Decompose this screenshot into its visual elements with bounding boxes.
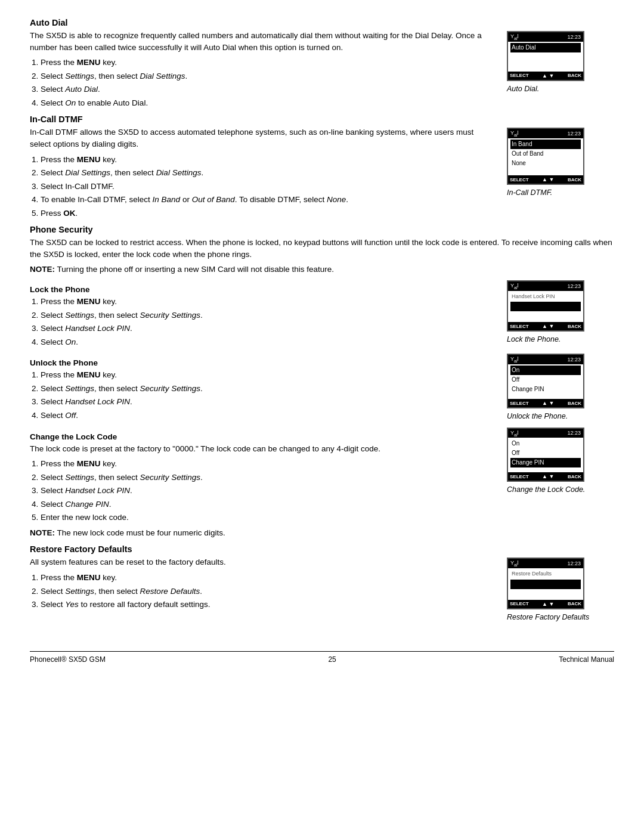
auto-dial-text: The SX5D is able to recognize frequently… [30, 30, 495, 112]
in-call-dtmf-row: In-Call DTMF allows the SX5D to access a… [30, 126, 614, 222]
in-call-dtmf-caption: In-Call DTMF. [507, 188, 552, 197]
phone-security-section: Phone Security The SX5D can be locked to… [30, 225, 614, 542]
back-btn: BACK [568, 177, 581, 182]
in-call-screen-body: In Band Out of Band None [508, 138, 583, 175]
phone-security-intro: The SX5D can be locked to restrict acces… [30, 237, 614, 260]
in-call-dtmf-section: In-Call DTMF In-Call DTMF allows the SX5… [30, 114, 614, 222]
restore-defaults-screen: Yall 12:23 Restore Defaults SELECT ▲ ▼ B… [507, 558, 584, 609]
lock-phone-caption: Lock the Phone. [507, 335, 561, 343]
select-btn: SELECT [510, 177, 529, 182]
signal-icon: Yall [510, 356, 518, 363]
in-call-step-3: Select In-Call DTMF. [41, 181, 495, 193]
unlock-step-2: Select Settings, then select Security Se… [41, 383, 495, 395]
out-of-band-item: Out of Band [510, 149, 581, 159]
none-item: None [510, 159, 581, 168]
auto-dial-screen-body: Auto Dial [508, 42, 583, 72]
phone-security-note: NOTE: Turning the phone off or inserting… [30, 264, 614, 275]
unlock-screen-top: Yall 12:23 [508, 355, 583, 364]
in-call-dtmf-image: Yall 12:23 In Band Out of Band None SELE… [507, 126, 614, 222]
signal-icon: Yall [510, 33, 518, 41]
handset-lock-pin-title: Handset Lock PIN [510, 292, 581, 301]
restore-defaults-section: Restore Factory Defaults All system feat… [30, 544, 614, 624]
auto-dial-steps: Press the MENU key. Select Settings, the… [41, 57, 495, 109]
unlock-phone-row: Unlock the Phone Press the MENU key. Sel… [30, 352, 614, 425]
in-call-dtmf-screen: Yall 12:23 In Band Out of Band None SELE… [507, 128, 584, 185]
restore-defaults-image: Yall 12:23 Restore Defaults SELECT ▲ ▼ B… [507, 556, 614, 624]
auto-dial-step-1: Press the MENU key. [41, 57, 495, 69]
unlock-step-1: Press the MENU key. [41, 369, 495, 381]
change-lock-caption: Change the Lock Code. [507, 485, 585, 494]
in-band-item: In Band [510, 140, 581, 149]
in-call-step-1: Press the MENU key. [41, 154, 495, 166]
nav-arrows: ▲ ▼ [542, 323, 554, 329]
lock-phone-row: Lock the Phone Press the MENU key. Selec… [30, 279, 614, 351]
restore-defaults-title: Restore Factory Defaults [30, 544, 614, 554]
auto-dial-section: Auto Dial The SX5D is able to recognize … [30, 18, 614, 112]
back-btn: BACK [568, 401, 581, 406]
in-call-screen-top: Yall 12:23 [508, 129, 583, 138]
restore-step-3: Select Yes to restore all factory defaul… [41, 599, 495, 611]
restore-screen-buttons: SELECT ▲ ▼ BACK [508, 600, 583, 608]
change-lock-screen-top: Yall 12:23 [508, 429, 583, 438]
lock-phone-heading: Lock the Phone [30, 285, 495, 294]
lock-step-4: Select On. [41, 336, 495, 348]
restore-step-1: Press the MENU key. [41, 572, 495, 584]
auto-dial-caption: Auto Dial. [507, 85, 539, 93]
lock-selected-item [510, 302, 581, 311]
lock-screen-buttons: SELECT ▲ ▼ BACK [508, 322, 583, 330]
change-pin-item2: Change PIN [510, 458, 581, 467]
restore-selected-item [510, 580, 581, 589]
footer-left: Phonecell® SX5D GSM [30, 655, 106, 664]
select-btn: SELECT [510, 401, 529, 406]
change-lock-row: Change the Lock Code The lock code is pr… [30, 426, 614, 543]
nav-arrows: ▲ ▼ [542, 176, 554, 182]
unlock-phone-heading: Unlock the Phone [30, 358, 495, 367]
auto-dial-image: Yall 12:23 Auto Dial SELECT ▲ ▼ BACK Aut… [507, 30, 614, 112]
in-call-dtmf-steps: Press the MENU key. Select Dial Settings… [41, 154, 495, 219]
screen-time: 12:23 [567, 561, 581, 566]
signal-icon: Yall [510, 130, 518, 137]
restore-defaults-text: All system features can be reset to the … [30, 556, 495, 624]
change-lock-steps: Press the MENU key. Select Settings, the… [41, 458, 495, 524]
unlock-step-3: Select Handset Lock PIN. [41, 396, 495, 408]
back-btn: BACK [568, 474, 581, 479]
unlock-phone-steps: Press the MENU key. Select Settings, the… [41, 369, 495, 421]
select-btn: SELECT [510, 474, 529, 479]
auto-dial-step-4: Select On to enable Auto Dial. [41, 97, 495, 109]
change-lock-step-1: Press the MENU key. [41, 458, 495, 470]
on-item2: On [510, 439, 581, 448]
restore-defaults-caption: Restore Factory Defaults [507, 613, 589, 621]
auto-dial-menu-item: Auto Dial [510, 43, 581, 52]
unlock-phone-caption: Unlock the Phone. [507, 412, 568, 420]
in-call-dtmf-text: In-Call DTMF allows the SX5D to access a… [30, 126, 495, 222]
change-lock-note: NOTE: The new lock code must be four num… [30, 527, 495, 539]
restore-screen-top: Yall 12:23 [508, 559, 583, 568]
signal-icon: Yall [510, 283, 518, 290]
lock-phone-screen: Yall 12:23 Handset Lock PIN SELECT ▲ ▼ B… [507, 280, 584, 332]
change-lock-image: Yall 12:23 On Off Change PIN SELECT ▲ ▼ … [507, 426, 614, 543]
auto-dial-screen-buttons: SELECT ▲ ▼ BACK [508, 72, 583, 80]
change-lock-step-3: Select Handset Lock PIN. [41, 485, 495, 497]
change-lock-intro: The lock code is preset at the factory t… [30, 443, 495, 455]
in-call-step-4: To enable In-Call DTMF, select In Band o… [41, 194, 495, 206]
change-lock-step-2: Select Settings, then select Security Se… [41, 472, 495, 484]
change-lock-screen-body: On Off Change PIN [508, 438, 583, 472]
change-lock-screen: Yall 12:23 On Off Change PIN SELECT ▲ ▼ … [507, 428, 584, 482]
signal-icon: Yall [510, 560, 518, 567]
nav-arrows: ▲ ▼ [542, 473, 554, 479]
in-call-step-5: Press OK. [41, 208, 495, 219]
select-btn: SELECT [510, 601, 529, 606]
back-btn: BACK [568, 324, 581, 329]
auto-dial-step-2: Select Settings, then select Dial Settin… [41, 70, 495, 82]
change-lock-step-5: Enter the new lock code. [41, 512, 495, 524]
signal-icon: Yall [510, 430, 518, 437]
nav-arrows: ▲ ▼ [542, 601, 554, 607]
phone-security-title: Phone Security [30, 225, 614, 234]
lock-phone-steps: Press the MENU key. Select Settings, the… [41, 296, 495, 348]
restore-screen-body: Restore Defaults [508, 568, 583, 600]
back-btn: BACK [568, 601, 581, 606]
nav-arrows: ▲ ▼ [542, 400, 554, 406]
lock-screen-body: Handset Lock PIN [508, 291, 583, 323]
lock-phone-text: Lock the Phone Press the MENU key. Selec… [30, 279, 495, 351]
unlock-phone-image: Yall 12:23 On Off Change PIN SELECT ▲ ▼ … [507, 352, 614, 425]
